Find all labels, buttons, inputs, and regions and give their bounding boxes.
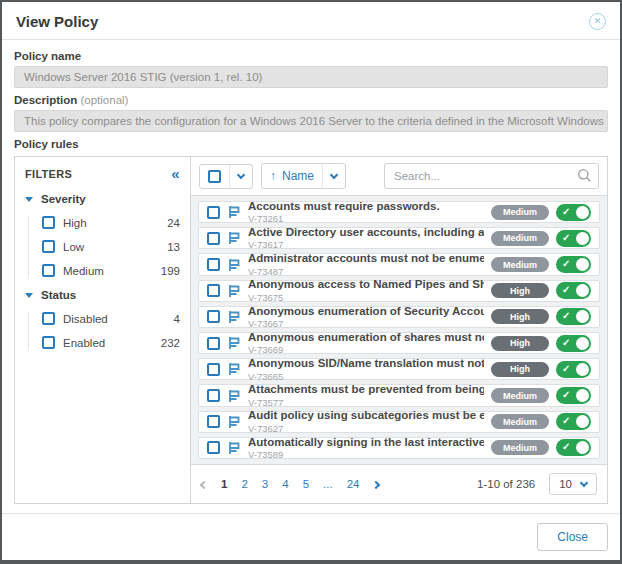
- enabled-toggle[interactable]: ✓: [556, 413, 591, 430]
- sort-label: Name: [282, 169, 314, 183]
- rule-id: V-73261: [248, 213, 484, 224]
- rule-title: Attachments must be prevented from being…: [248, 383, 484, 397]
- rule-row[interactable]: Anonymous enumeration of shares must not…: [198, 332, 600, 354]
- toggle-check-icon: ✓: [562, 415, 570, 426]
- severity-badge: High: [491, 283, 549, 298]
- page-links: 1 2 3 4 5 ... 24: [221, 478, 359, 490]
- page-next-icon[interactable]: [373, 478, 379, 490]
- rule-checkbox[interactable]: [207, 415, 220, 428]
- filter-checkbox[interactable]: [42, 312, 55, 325]
- filter-label: High: [63, 217, 87, 229]
- toggle-knob: [576, 284, 589, 297]
- rule-checkbox[interactable]: [207, 389, 220, 402]
- rule-row[interactable]: Anonymous access to Named Pipes and Shar…: [198, 280, 600, 302]
- severity-group-header[interactable]: Severity: [25, 193, 180, 205]
- page-link[interactable]: 3: [262, 478, 268, 490]
- rule-text: Audit policy using subcategories must be…: [248, 409, 484, 434]
- page-link[interactable]: 2: [241, 478, 247, 490]
- severity-group-label: Severity: [41, 193, 86, 205]
- page-size-select[interactable]: 10: [549, 473, 597, 495]
- rule-row[interactable]: Anonymous enumeration of Security Accoun…: [198, 306, 600, 328]
- filter-checkbox[interactable]: [42, 216, 55, 229]
- toggle-check-icon: ✓: [562, 337, 570, 348]
- collapse-filters-icon[interactable]: «: [171, 166, 180, 181]
- rule-text: Anonymous enumeration of Security Accoun…: [248, 305, 484, 330]
- rule-checkbox[interactable]: [207, 310, 220, 323]
- rule-checkbox[interactable]: [207, 232, 220, 245]
- rule-title: Anonymous enumeration of shares must not…: [248, 331, 484, 345]
- severity-filter-group: Severity High 24: [25, 193, 180, 277]
- optional-hint: (optional): [80, 94, 128, 106]
- filter-checkbox[interactable]: [42, 264, 55, 277]
- page-size-value: 10: [559, 478, 572, 490]
- rule-checkbox[interactable]: [207, 258, 220, 271]
- sort-menu-chevron-icon[interactable]: [322, 164, 345, 188]
- filter-checkbox[interactable]: [42, 240, 55, 253]
- rule-row[interactable]: Anonymous SID/Name translation must not …: [198, 358, 600, 380]
- dialog-close-icon[interactable]: ✕: [589, 13, 606, 30]
- select-all-checkbox[interactable]: [208, 170, 221, 183]
- toggle-knob: [576, 337, 589, 350]
- select-all-control: [199, 164, 253, 189]
- rule-row[interactable]: Attachments must be prevented from being…: [198, 384, 600, 406]
- sort-control: ↑ Name: [261, 163, 346, 189]
- page-link[interactable]: 1: [221, 478, 227, 490]
- rule-checkbox[interactable]: [207, 441, 220, 454]
- rule-row[interactable]: Accounts must require passwords. V-73261…: [198, 201, 600, 223]
- enabled-toggle[interactable]: ✓: [556, 387, 591, 404]
- enabled-toggle[interactable]: ✓: [556, 361, 591, 378]
- rule-checkbox[interactable]: [207, 206, 220, 219]
- close-button[interactable]: Close: [537, 523, 608, 551]
- toggle-knob: [576, 232, 589, 245]
- toggle-check-icon: ✓: [562, 284, 570, 295]
- status-group-label: Status: [41, 289, 76, 301]
- rule-id: V-73487: [248, 266, 484, 277]
- toggle-knob: [576, 363, 589, 376]
- page-link[interactable]: 4: [282, 478, 288, 490]
- enabled-toggle[interactable]: ✓: [556, 204, 591, 221]
- toggle-check-icon: ✓: [562, 206, 570, 217]
- page-link[interactable]: 5: [303, 478, 309, 490]
- caret-down-icon[interactable]: [25, 293, 33, 298]
- rule-title: Accounts must require passwords.: [248, 200, 484, 214]
- rule-row[interactable]: Automatically signing in the last intera…: [198, 437, 600, 459]
- rule-id: V-73669: [248, 344, 484, 355]
- enabled-toggle[interactable]: ✓: [556, 308, 591, 325]
- search-input[interactable]: [384, 163, 599, 189]
- enabled-toggle[interactable]: ✓: [556, 439, 591, 456]
- rule-row[interactable]: Audit policy using subcategories must be…: [198, 411, 600, 433]
- dialog-title: View Policy: [16, 13, 98, 30]
- sort-ascending-icon: ↑: [270, 169, 276, 183]
- rule-checkbox[interactable]: [207, 337, 220, 350]
- enabled-toggle[interactable]: ✓: [556, 256, 591, 273]
- rule-row[interactable]: Administrator accounts must not be enume…: [198, 253, 600, 275]
- rule-text: Automatically signing in the last intera…: [248, 436, 484, 461]
- status-group-header[interactable]: Status: [25, 289, 180, 301]
- filter-count: 13: [167, 241, 180, 253]
- filter-count: 199: [161, 265, 180, 277]
- page-link[interactable]: ...: [323, 478, 333, 490]
- rule-checkbox[interactable]: [207, 284, 220, 297]
- rule-checkbox[interactable]: [207, 363, 220, 376]
- enabled-toggle[interactable]: ✓: [556, 282, 591, 299]
- select-menu-chevron-icon[interactable]: [229, 165, 252, 188]
- caret-down-icon[interactable]: [25, 197, 33, 202]
- filter-item: High 24: [42, 216, 180, 229]
- page-link[interactable]: 24: [347, 478, 360, 490]
- toggle-check-icon: ✓: [562, 363, 570, 374]
- enabled-toggle[interactable]: ✓: [556, 335, 591, 352]
- rule-title: Audit policy using subcategories must be…: [248, 409, 484, 423]
- policy-rule-icon: [227, 205, 241, 219]
- view-policy-dialog: View Policy ✕ Policy name Windows Server…: [0, 0, 622, 564]
- enabled-toggle[interactable]: ✓: [556, 230, 591, 247]
- toggle-knob: [576, 441, 589, 454]
- toggle-knob: [576, 258, 589, 271]
- filter-checkbox[interactable]: [42, 336, 55, 349]
- severity-badge: High: [491, 336, 549, 351]
- sort-button[interactable]: ↑ Name: [262, 164, 322, 188]
- status-filter-group: Status Disabled 4: [25, 289, 180, 349]
- filter-item: Enabled 232: [42, 336, 180, 349]
- rule-title: Anonymous enumeration of Security Accoun…: [248, 305, 484, 319]
- rule-row[interactable]: Active Directory user accounts, includin…: [198, 227, 600, 249]
- status-filter-items: Disabled 4 Enabled 232: [28, 312, 180, 349]
